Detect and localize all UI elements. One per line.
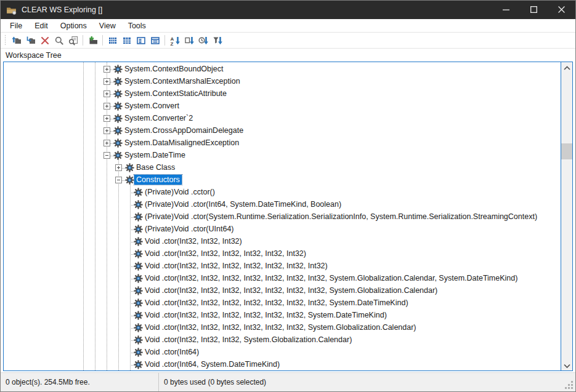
tree-item[interactable]: Void .ctor(Int64, System.DateTimeKind): [4, 359, 561, 370]
tree-item-label[interactable]: System.ContextStaticAttribute: [123, 89, 229, 98]
view-list-button[interactable]: [134, 34, 148, 47]
tree-item-label[interactable]: Void .ctor(Int32, Int32, Int32, Int32, I…: [143, 261, 330, 271]
tree-item-label[interactable]: Void .ctor(Int64, System.DateTimeKind): [143, 359, 282, 369]
tree-item-label[interactable]: System.Convert: [123, 101, 181, 111]
tree-item-label[interactable]: System.DataMisalignedException: [123, 138, 241, 148]
close-icon: [558, 4, 565, 15]
view-report-button[interactable]: [148, 34, 162, 47]
move-up-one-level-button[interactable]: [9, 34, 23, 47]
find-button[interactable]: [52, 34, 66, 47]
vertical-scrollbar[interactable]: [561, 62, 572, 370]
tree-item-label[interactable]: (Private)Void .ctor(System.Runtime.Seria…: [143, 212, 539, 222]
dotnet-class-icon: [125, 163, 134, 172]
tree-item-label[interactable]: Void .ctor(Int32, Int32, Int32, Int32, I…: [143, 286, 439, 295]
dotnet-class-icon: [134, 335, 143, 345]
delete-button[interactable]: [38, 34, 52, 47]
tree-item[interactable]: (Private)Void .cctor(): [4, 186, 561, 199]
scroll-down-button[interactable]: [561, 360, 572, 370]
sort-by-type-button[interactable]: [182, 34, 196, 47]
tree-item-label[interactable]: Void .ctor(Int32, Int32, Int32, Int32, I…: [143, 273, 519, 283]
tree-item-label[interactable]: Constructors: [134, 175, 182, 185]
toolbar-gripper[interactable]: [4, 35, 6, 46]
status-bytes: 0 bytes used (0 bytes selected): [159, 373, 575, 391]
sort-by-size-button[interactable]: [210, 34, 224, 47]
tree-item[interactable]: Void .ctor(Int32, Int32, Int32, Int32, I…: [4, 310, 561, 322]
toolbar-separator: [83, 35, 83, 46]
expand-toggle-plus[interactable]: [103, 140, 110, 146]
tree-item[interactable]: System.ContextStaticAttribute: [4, 88, 561, 100]
menu-view[interactable]: View: [93, 20, 122, 31]
scroll-up-button[interactable]: [561, 62, 572, 73]
tree-content[interactable]: System.ContextBoundObjectSystem.ContextM…: [4, 62, 561, 370]
sort-by-name-button[interactable]: AZ: [168, 34, 182, 47]
tree-item[interactable]: Void .ctor(Int32, Int32, Int32, Int32, I…: [4, 248, 561, 260]
tree-item[interactable]: System.Convert: [4, 100, 561, 113]
tree-item-label[interactable]: System.ContextMarshalException: [123, 76, 242, 86]
dotnet-class-icon: [134, 311, 143, 320]
tree-item[interactable]: Base Class: [4, 162, 561, 174]
minimize-button[interactable]: [492, 1, 520, 19]
tree-item-label[interactable]: System.CrossAppDomainDelegate: [123, 126, 245, 135]
menu-file[interactable]: File: [4, 20, 28, 31]
tree-item-label[interactable]: System.ContextBoundObject: [123, 64, 225, 74]
tree-item-label[interactable]: Void .ctor(Int32, Int32, Int32, Int32, I…: [143, 298, 410, 308]
maximize-button[interactable]: [520, 1, 548, 19]
expand-toggle-plus[interactable]: [103, 127, 110, 134]
close-button[interactable]: [548, 1, 575, 19]
drill-into-button[interactable]: [23, 34, 38, 47]
tree-item[interactable]: System.ContextMarshalException: [4, 76, 561, 88]
view-details-button[interactable]: [120, 34, 134, 47]
tree-item[interactable]: System.DateTime: [4, 150, 561, 162]
expand-toggle-plus[interactable]: [103, 78, 110, 85]
tree-item-label[interactable]: Base Class: [134, 162, 177, 172]
tree-item[interactable]: Void .ctor(Int32, Int32, Int32): [4, 236, 561, 248]
tree-item[interactable]: Constructors: [4, 174, 561, 186]
tree-item-label[interactable]: (Private)Void .cctor(): [143, 187, 217, 197]
tree-item-label[interactable]: Void .ctor(Int32, Int32, Int32, Int32, I…: [143, 322, 418, 332]
tree-item-label[interactable]: Void .ctor(Int32, Int32, Int32): [143, 236, 244, 246]
dotnet-class-icon: [113, 126, 123, 135]
tree-item[interactable]: Void .ctor(Int32, Int32, Int32, Int32, I…: [4, 285, 561, 297]
expand-toggle-plus[interactable]: [103, 103, 110, 110]
tree-item-label[interactable]: (Private)Void .ctor(Int64, System.DateTi…: [143, 199, 343, 209]
tree-item-label[interactable]: System.DateTime: [123, 150, 187, 160]
tree-item-label[interactable]: Void .ctor(Int32, Int32, Int32, Int32, I…: [143, 249, 308, 258]
expand-toggle-minus[interactable]: [103, 152, 110, 159]
tree-item-label[interactable]: (Private)Void .ctor(UInt64): [143, 224, 236, 234]
sort-by-date-button[interactable]: [196, 34, 210, 47]
tree-item-label[interactable]: Void .ctor(Int64): [143, 347, 201, 357]
scrollbar-thumb[interactable]: [561, 143, 572, 159]
tree-item[interactable]: Void .ctor(Int32, Int32, Int32, Int32, I…: [4, 297, 561, 310]
tree-item[interactable]: Void .ctor(Int64): [4, 346, 561, 359]
titlebar[interactable]: CLEAR WS Exploring []: [1, 1, 575, 19]
tree-item[interactable]: Void .ctor(Int32, Int32, Int32, Int32, I…: [4, 273, 561, 285]
tree-item-label[interactable]: Void .ctor(Int32, Int32, Int32, System.G…: [143, 335, 354, 345]
dotnet-class-icon: [113, 102, 123, 111]
tree-item[interactable]: System.Converter`2: [4, 113, 561, 125]
expand-toggle-plus[interactable]: [103, 90, 110, 97]
tree-item-label[interactable]: Void .ctor(Int32, Int32, Int32, Int32, I…: [143, 310, 389, 320]
dotnet-class-icon: [134, 200, 143, 209]
tree-item[interactable]: (Private)Void .ctor(System.Runtime.Seria…: [4, 211, 561, 223]
tree-item[interactable]: Void .ctor(Int32, Int32, Int32, Int32, I…: [4, 260, 561, 273]
tree-item[interactable]: (Private)Void .ctor(Int64, System.DateTi…: [4, 199, 561, 211]
expand-toggle-plus[interactable]: [103, 66, 110, 73]
resize-grip[interactable]: [571, 387, 573, 389]
menu-tools[interactable]: Tools: [122, 20, 152, 31]
new-namespace-button[interactable]: [86, 34, 100, 47]
sort-date-icon: [198, 36, 208, 46]
find-objects-button[interactable]: [66, 34, 80, 47]
tree-item-label[interactable]: System.Converter`2: [123, 113, 195, 123]
menu-edit[interactable]: Edit: [28, 20, 54, 31]
menu-options[interactable]: Options: [54, 20, 93, 31]
view-icons-button[interactable]: [105, 34, 120, 47]
tree-item[interactable]: Void .ctor(Int32, Int32, Int32, Int32, I…: [4, 322, 561, 334]
tree-item[interactable]: System.DataMisalignedException: [4, 137, 561, 150]
expand-toggle-plus[interactable]: [103, 115, 110, 122]
tree-item[interactable]: System.ContextBoundObject: [4, 63, 561, 76]
tree-item[interactable]: (Private)Void .ctor(UInt64): [4, 223, 561, 236]
tree-item[interactable]: Void .ctor(Int32, Int32, Int32, System.G…: [4, 334, 561, 346]
expand-toggle-minus[interactable]: [115, 177, 122, 183]
tree-item[interactable]: System.CrossAppDomainDelegate: [4, 125, 561, 137]
expand-toggle-plus[interactable]: [115, 164, 122, 171]
